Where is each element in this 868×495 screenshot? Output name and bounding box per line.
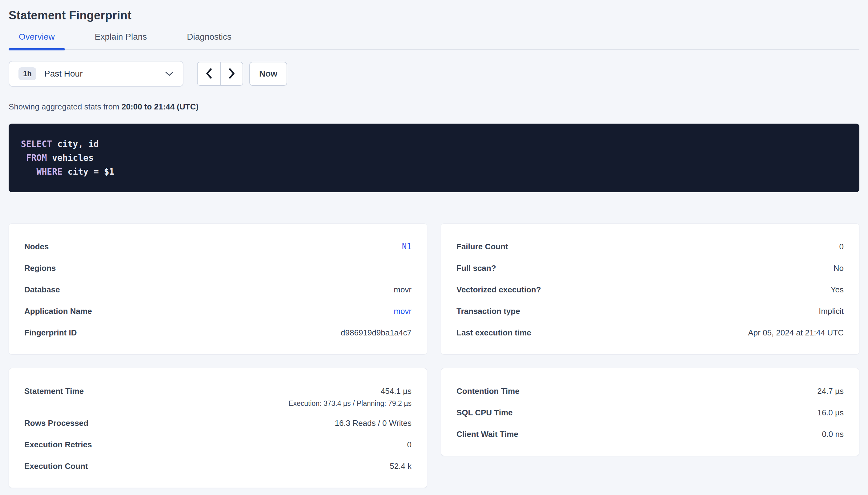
sql-text: vehicles xyxy=(47,153,94,163)
row-subvalue: Execution: 373.4 µs / Planning: 79.2 µs xyxy=(289,400,411,407)
row-label: Fingerprint ID xyxy=(24,328,86,337)
row-value: 52.4 k xyxy=(390,462,411,471)
time-toolbar: 1h Past Hour Now xyxy=(9,61,859,87)
row-application-name: Application Name movr xyxy=(24,307,411,315)
wait-times-card: Contention Time 24.7 µs SQL CPU Time 16.… xyxy=(441,368,859,456)
statement-fingerprint-page: Statement Fingerprint Overview Explain P… xyxy=(0,8,868,488)
stats-line-prefix: Showing aggregated stats from xyxy=(9,102,121,111)
row-label: Vectorized execution? xyxy=(457,285,550,294)
row-label: Execution Count xyxy=(24,462,97,471)
sql-indent xyxy=(21,153,26,163)
row-execution-retries: Execution Retries 0 xyxy=(24,440,411,449)
row-full-scan: Full scan? No xyxy=(457,264,844,272)
chevron-left-icon xyxy=(206,68,212,80)
row-label: Client Wait Time xyxy=(457,430,528,439)
statement-details-card: Nodes N1 Regions Database movr Applicati… xyxy=(9,223,427,355)
sql-statement-box: SELECT city, id FROM vehicles WHERE city… xyxy=(9,124,859,192)
row-fingerprint-id: Fingerprint ID d986919d9ba1a4c7 xyxy=(24,328,411,337)
row-value: No xyxy=(834,264,844,272)
row-last-execution-time: Last execution time Apr 05, 2024 at 21:4… xyxy=(457,328,844,337)
time-interval-arrows xyxy=(197,62,243,86)
sql-line: SELECT city, id xyxy=(21,137,847,151)
nodes-link[interactable]: N1 xyxy=(402,242,411,251)
tab-explain-plans[interactable]: Explain Plans xyxy=(85,33,157,49)
stats-line-range: 20:00 to 21:44 (UTC) xyxy=(121,102,198,111)
row-value: 16.0 µs xyxy=(817,408,844,417)
row-label: Failure Count xyxy=(457,242,518,251)
next-interval-button[interactable] xyxy=(220,63,243,85)
row-label: Contention Time xyxy=(457,387,529,395)
row-label: Statement Time xyxy=(24,387,93,395)
row-value: movr xyxy=(394,285,411,294)
row-label: Application Name xyxy=(24,307,101,315)
stats-cards-grid: Nodes N1 Regions Database movr Applicati… xyxy=(9,223,859,488)
row-execution-count: Execution Count 52.4 k xyxy=(24,462,411,471)
row-value: Yes xyxy=(831,285,844,294)
row-vectorized-execution: Vectorized execution? Yes xyxy=(457,285,844,294)
row-contention-time: Contention Time 24.7 µs xyxy=(457,387,844,395)
row-value: Implicit xyxy=(819,307,844,315)
row-failure-count: Failure Count 0 xyxy=(457,242,844,251)
chevron-right-icon xyxy=(228,68,235,80)
row-value: d986919d9ba1a4c7 xyxy=(341,328,411,337)
row-label: SQL CPU Time xyxy=(457,408,522,417)
row-statement-time: Statement Time 454.1 µs Execution: 373.4… xyxy=(24,387,411,407)
row-value: Apr 05, 2024 at 21:44 UTC xyxy=(748,328,844,337)
row-transaction-type: Transaction type Implicit xyxy=(457,307,844,315)
prev-interval-button[interactable] xyxy=(198,63,220,85)
row-label: Regions xyxy=(24,264,65,272)
sql-text: city = $1 xyxy=(63,167,115,177)
row-label: Execution Retries xyxy=(24,440,101,449)
row-value-stack: 454.1 µs Execution: 373.4 µs / Planning:… xyxy=(289,387,411,407)
sql-indent xyxy=(21,167,37,177)
time-preset-badge: 1h xyxy=(18,67,36,80)
statement-timing-card: Statement Time 454.1 µs Execution: 373.4… xyxy=(9,368,427,488)
time-range-label: Past Hour xyxy=(44,69,83,79)
row-sql-cpu-time: SQL CPU Time 16.0 µs xyxy=(457,408,844,417)
row-rows-processed: Rows Processed 16.3 Reads / 0 Writes xyxy=(24,419,411,427)
row-label: Full scan? xyxy=(457,264,505,272)
row-regions: Regions xyxy=(24,264,411,272)
row-client-wait-time: Client Wait Time 0.0 ns xyxy=(457,430,844,439)
page-title: Statement Fingerprint xyxy=(9,8,859,22)
row-value: 454.1 µs xyxy=(381,387,411,396)
tab-diagnostics[interactable]: Diagnostics xyxy=(177,33,242,49)
sql-line: WHERE city = $1 xyxy=(21,165,847,178)
row-label: Last execution time xyxy=(457,328,540,337)
sql-keyword: FROM xyxy=(26,153,47,163)
row-label: Rows Processed xyxy=(24,419,98,427)
now-button[interactable]: Now xyxy=(249,62,287,86)
sql-keyword: SELECT xyxy=(21,139,52,149)
row-value: 0.0 ns xyxy=(822,430,844,439)
row-value: 24.7 µs xyxy=(817,387,844,395)
row-nodes: Nodes N1 xyxy=(24,242,411,251)
time-range-dropdown[interactable]: 1h Past Hour xyxy=(9,61,183,87)
execution-attributes-card: Failure Count 0 Full scan? No Vectorized… xyxy=(441,223,859,355)
row-value: 0 xyxy=(407,440,411,449)
row-label: Database xyxy=(24,285,69,294)
row-value: 0 xyxy=(839,242,844,251)
row-label: Nodes xyxy=(24,242,58,251)
sql-text: city, id xyxy=(52,139,99,149)
tab-overview[interactable]: Overview xyxy=(9,33,65,49)
tab-bar: Overview Explain Plans Diagnostics xyxy=(9,33,859,50)
sql-keyword: WHERE xyxy=(37,167,63,177)
row-database: Database movr xyxy=(24,285,411,294)
application-name-link[interactable]: movr xyxy=(394,307,411,315)
chevron-down-icon xyxy=(165,71,174,76)
aggregated-stats-line: Showing aggregated stats from 20:00 to 2… xyxy=(9,102,859,111)
row-label: Transaction type xyxy=(457,307,529,315)
sql-line: FROM vehicles xyxy=(21,151,847,165)
row-value: 16.3 Reads / 0 Writes xyxy=(334,419,411,427)
